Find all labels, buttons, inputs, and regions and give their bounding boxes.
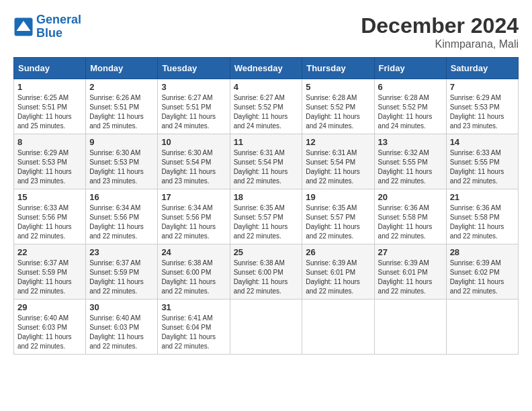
day-number: 18 — [234, 192, 299, 202]
calendar-cell: 21Sunrise: 6:36 AM Sunset: 5:58 PM Dayli… — [446, 189, 518, 244]
calendar-cell: 19Sunrise: 6:35 AM Sunset: 5:57 PM Dayli… — [302, 189, 374, 244]
page-header: General Blue December 2024 Kinmparana, M… — [13, 13, 519, 50]
calendar-cell: 11Sunrise: 6:31 AM Sunset: 5:54 PM Dayli… — [230, 134, 302, 189]
calendar-cell: 28Sunrise: 6:39 AM Sunset: 6:02 PM Dayli… — [446, 244, 518, 300]
calendar-cell — [302, 300, 374, 355]
day-info: Sunrise: 6:33 AM Sunset: 5:56 PM Dayligh… — [17, 203, 82, 241]
calendar-table: SundayMondayTuesdayWednesdayThursdayFrid… — [13, 57, 519, 355]
calendar-cell: 8Sunrise: 6:29 AM Sunset: 5:53 PM Daylig… — [14, 134, 86, 189]
calendar-cell: 2Sunrise: 6:26 AM Sunset: 5:51 PM Daylig… — [86, 79, 158, 134]
logo-general: General — [36, 13, 81, 26]
calendar-cell: 3Sunrise: 6:27 AM Sunset: 5:51 PM Daylig… — [158, 79, 230, 134]
day-number: 7 — [450, 82, 515, 92]
day-number: 5 — [306, 82, 370, 92]
day-number: 12 — [306, 137, 370, 147]
calendar-cell: 5Sunrise: 6:28 AM Sunset: 5:52 PM Daylig… — [302, 79, 374, 134]
calendar-cell — [230, 300, 302, 355]
day-info: Sunrise: 6:36 AM Sunset: 5:58 PM Dayligh… — [378, 203, 443, 241]
calendar-cell: 24Sunrise: 6:38 AM Sunset: 6:00 PM Dayli… — [158, 244, 230, 300]
day-number: 11 — [234, 137, 299, 147]
day-info: Sunrise: 6:41 AM Sunset: 6:04 PM Dayligh… — [161, 314, 226, 351]
day-number: 29 — [17, 302, 82, 312]
week-row-2: 8Sunrise: 6:29 AM Sunset: 5:53 PM Daylig… — [14, 134, 519, 189]
calendar-cell: 13Sunrise: 6:32 AM Sunset: 5:55 PM Dayli… — [374, 134, 446, 189]
calendar-cell: 31Sunrise: 6:41 AM Sunset: 6:04 PM Dayli… — [158, 300, 230, 355]
calendar-cell: 12Sunrise: 6:31 AM Sunset: 5:54 PM Dayli… — [302, 134, 374, 189]
day-info: Sunrise: 6:38 AM Sunset: 6:00 PM Dayligh… — [161, 259, 226, 296]
logo-text: General Blue — [36, 13, 81, 40]
day-info: Sunrise: 6:36 AM Sunset: 5:58 PM Dayligh… — [450, 203, 515, 241]
calendar-cell: 17Sunrise: 6:34 AM Sunset: 5:56 PM Dayli… — [158, 189, 230, 244]
day-info: Sunrise: 6:35 AM Sunset: 5:57 PM Dayligh… — [306, 203, 370, 241]
calendar-cell: 18Sunrise: 6:35 AM Sunset: 5:57 PM Dayli… — [230, 189, 302, 244]
day-info: Sunrise: 6:25 AM Sunset: 5:51 PM Dayligh… — [17, 93, 82, 131]
title-area: December 2024 Kinmparana, Mali — [361, 13, 519, 50]
week-row-1: 1Sunrise: 6:25 AM Sunset: 5:51 PM Daylig… — [14, 79, 519, 134]
day-info: Sunrise: 6:35 AM Sunset: 5:57 PM Dayligh… — [234, 203, 299, 241]
calendar-cell: 16Sunrise: 6:34 AM Sunset: 5:56 PM Dayli… — [86, 189, 158, 244]
location-title: Kinmparana, Mali — [361, 38, 519, 50]
day-info: Sunrise: 6:29 AM Sunset: 5:53 PM Dayligh… — [450, 93, 515, 131]
day-info: Sunrise: 6:27 AM Sunset: 5:52 PM Dayligh… — [234, 93, 299, 131]
day-info: Sunrise: 6:27 AM Sunset: 5:51 PM Dayligh… — [161, 93, 226, 131]
calendar-cell: 20Sunrise: 6:36 AM Sunset: 5:58 PM Dayli… — [374, 189, 446, 244]
calendar-cell: 29Sunrise: 6:40 AM Sunset: 6:03 PM Dayli… — [14, 300, 86, 355]
day-info: Sunrise: 6:38 AM Sunset: 6:00 PM Dayligh… — [234, 259, 299, 296]
day-info: Sunrise: 6:37 AM Sunset: 5:59 PM Dayligh… — [17, 259, 82, 296]
day-info: Sunrise: 6:40 AM Sunset: 6:03 PM Dayligh… — [89, 314, 154, 351]
day-number: 19 — [306, 192, 370, 202]
day-number: 10 — [161, 137, 226, 147]
logo-blue: Blue — [36, 26, 62, 40]
day-number: 14 — [450, 137, 515, 147]
day-info: Sunrise: 6:39 AM Sunset: 6:01 PM Dayligh… — [378, 259, 443, 296]
day-number: 9 — [89, 137, 154, 147]
weekday-header-sunday: Sunday — [14, 58, 86, 79]
day-number: 16 — [89, 192, 154, 202]
day-number: 15 — [17, 192, 82, 202]
day-info: Sunrise: 6:31 AM Sunset: 5:54 PM Dayligh… — [306, 148, 370, 186]
weekday-header-thursday: Thursday — [302, 58, 374, 79]
day-number: 20 — [378, 192, 443, 202]
calendar-cell: 15Sunrise: 6:33 AM Sunset: 5:56 PM Dayli… — [14, 189, 86, 244]
day-info: Sunrise: 6:31 AM Sunset: 5:54 PM Dayligh… — [234, 148, 299, 186]
day-number: 1 — [17, 82, 82, 92]
day-number: 3 — [161, 82, 226, 92]
day-info: Sunrise: 6:40 AM Sunset: 6:03 PM Dayligh… — [17, 314, 82, 351]
day-number: 30 — [89, 302, 154, 312]
calendar-cell: 7Sunrise: 6:29 AM Sunset: 5:53 PM Daylig… — [446, 79, 518, 134]
day-info: Sunrise: 6:39 AM Sunset: 6:02 PM Dayligh… — [450, 259, 515, 296]
day-info: Sunrise: 6:34 AM Sunset: 5:56 PM Dayligh… — [161, 203, 226, 241]
calendar-cell — [374, 300, 446, 355]
week-row-3: 15Sunrise: 6:33 AM Sunset: 5:56 PM Dayli… — [14, 189, 519, 244]
calendar-cell: 4Sunrise: 6:27 AM Sunset: 5:52 PM Daylig… — [230, 79, 302, 134]
day-number: 17 — [161, 192, 226, 202]
calendar-cell: 23Sunrise: 6:37 AM Sunset: 5:59 PM Dayli… — [86, 244, 158, 300]
day-number: 21 — [450, 192, 515, 202]
day-info: Sunrise: 6:28 AM Sunset: 5:52 PM Dayligh… — [306, 93, 370, 131]
day-info: Sunrise: 6:34 AM Sunset: 5:56 PM Dayligh… — [89, 203, 154, 241]
day-number: 23 — [89, 247, 154, 257]
day-number: 24 — [161, 247, 226, 257]
weekday-header-tuesday: Tuesday — [158, 58, 230, 79]
calendar-cell: 1Sunrise: 6:25 AM Sunset: 5:51 PM Daylig… — [14, 79, 86, 134]
weekday-header-wednesday: Wednesday — [230, 58, 302, 79]
day-info: Sunrise: 6:33 AM Sunset: 5:55 PM Dayligh… — [450, 148, 515, 186]
day-number: 25 — [234, 247, 299, 257]
calendar-cell: 10Sunrise: 6:30 AM Sunset: 5:54 PM Dayli… — [158, 134, 230, 189]
calendar-cell: 30Sunrise: 6:40 AM Sunset: 6:03 PM Dayli… — [86, 300, 158, 355]
weekday-header-monday: Monday — [86, 58, 158, 79]
calendar-cell: 9Sunrise: 6:30 AM Sunset: 5:53 PM Daylig… — [86, 134, 158, 189]
logo-icon — [13, 17, 34, 37]
calendar-cell: 25Sunrise: 6:38 AM Sunset: 6:00 PM Dayli… — [230, 244, 302, 300]
calendar-cell: 6Sunrise: 6:28 AM Sunset: 5:52 PM Daylig… — [374, 79, 446, 134]
weekday-header-saturday: Saturday — [446, 58, 518, 79]
weekday-header-friday: Friday — [374, 58, 446, 79]
day-number: 22 — [17, 247, 82, 257]
day-number: 6 — [378, 82, 443, 92]
month-title: December 2024 — [361, 13, 519, 38]
week-row-5: 29Sunrise: 6:40 AM Sunset: 6:03 PM Dayli… — [14, 300, 519, 355]
day-info: Sunrise: 6:26 AM Sunset: 5:51 PM Dayligh… — [89, 93, 154, 131]
day-number: 31 — [161, 302, 226, 312]
calendar-cell: 26Sunrise: 6:39 AM Sunset: 6:01 PM Dayli… — [302, 244, 374, 300]
day-number: 27 — [378, 247, 443, 257]
